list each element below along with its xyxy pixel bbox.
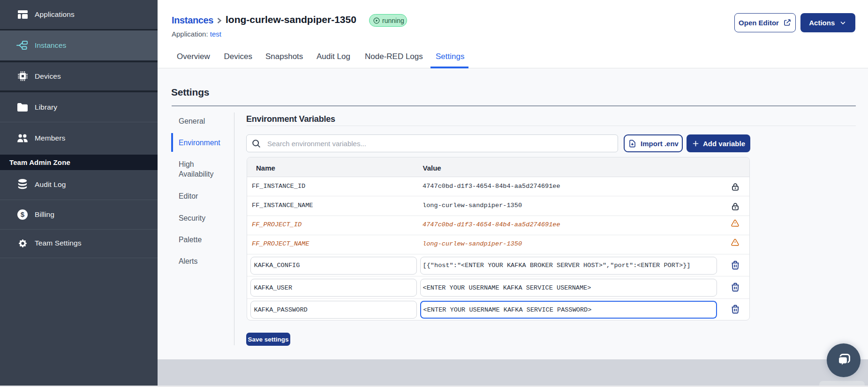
svg-text:$: $ [21, 210, 25, 218]
